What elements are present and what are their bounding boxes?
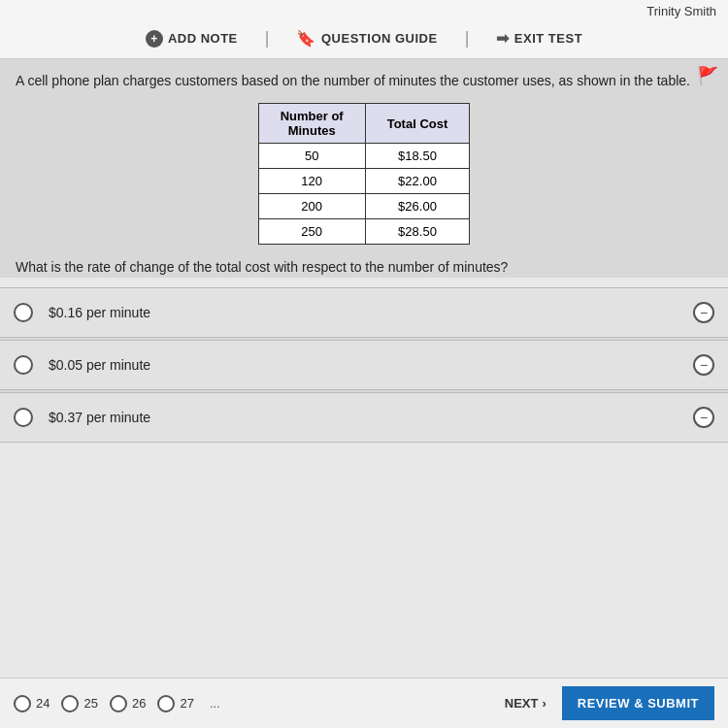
table-row: 50 $18.50 — [258, 144, 470, 169]
next-label: NEXT — [505, 696, 539, 711]
action-row: + ADD NOTE | 🔖 QUESTION GUIDE | ➡ EXIT T… — [0, 20, 728, 58]
page-btn-27[interactable]: 27 — [157, 695, 193, 712]
eliminate-c-button[interactable]: − — [693, 407, 714, 428]
flag-icon[interactable]: 🚩 — [697, 65, 718, 86]
page-btn-24[interactable]: 24 — [14, 695, 50, 712]
option-left-a: $0.16 per minute — [14, 303, 150, 322]
page-label-26: 26 — [132, 696, 146, 711]
minutes-2: 120 — [258, 169, 365, 194]
next-chevron-icon: › — [542, 696, 546, 711]
minutes-4: 250 — [258, 219, 365, 245]
exit-test-label: EXIT TEST — [514, 31, 582, 46]
content-area: 🚩 A cell phone plan charges customers ba… — [0, 59, 728, 278]
radio-24[interactable] — [14, 695, 31, 712]
top-bar: Trinity Smith + ADD NOTE | 🔖 QUESTION GU… — [0, 0, 728, 59]
user-row: Trinity Smith — [0, 0, 728, 20]
table-wrapper: Number ofMinutes Total Cost 50 $18.50 12… — [16, 103, 712, 245]
plus-icon: + — [146, 30, 163, 48]
minutes-1: 50 — [258, 144, 365, 169]
radio-25[interactable] — [61, 695, 79, 712]
radio-b[interactable] — [14, 355, 33, 375]
option-text-c: $0.37 per minute — [49, 410, 150, 425]
minutes-3: 200 — [258, 194, 365, 219]
radio-c[interactable] — [14, 408, 33, 427]
radio-26[interactable] — [110, 695, 127, 712]
cost-4: $28.50 — [365, 219, 470, 245]
question-guide-label: QUESTION GUIDE — [321, 31, 438, 46]
cost-2: $22.00 — [365, 169, 470, 194]
exit-test-button[interactable]: ➡ EXIT TEST — [496, 29, 582, 48]
eliminate-a-button[interactable]: − — [693, 302, 714, 323]
bookmark-icon: 🔖 — [296, 29, 316, 48]
radio-27[interactable] — [157, 695, 175, 712]
option-left-b: $0.05 per minute — [14, 355, 150, 375]
separator-2: | — [465, 28, 470, 49]
cost-3: $26.00 — [365, 194, 470, 219]
col-header-cost: Total Cost — [365, 104, 470, 144]
page-label-25: 25 — [83, 696, 97, 711]
separator-1: | — [265, 28, 270, 49]
page-label-24: 24 — [36, 696, 50, 711]
page-btn-25[interactable]: 25 — [61, 695, 97, 712]
table-row: 200 $26.00 — [258, 194, 470, 219]
page-btn-26[interactable]: 26 — [110, 695, 146, 712]
bottom-nav: 24 25 26 27 ... NEXT › REVIEW & SUBMIT — [0, 678, 728, 728]
col-header-minutes: Number ofMinutes — [258, 104, 365, 144]
add-note-label: ADD NOTE — [168, 31, 238, 46]
cost-1: $18.50 — [365, 144, 470, 169]
table-row: 120 $22.00 — [258, 169, 470, 194]
page-buttons: 24 25 26 27 ... — [14, 695, 505, 712]
review-submit-button[interactable]: REVIEW & SUBMIT — [562, 686, 714, 720]
option-left-c: $0.37 per minute — [14, 408, 150, 427]
option-text-b: $0.05 per minute — [49, 357, 150, 373]
question-intro: A cell phone plan charges customers base… — [16, 71, 695, 91]
sub-question: What is the rate of change of the total … — [16, 258, 712, 278]
add-note-button[interactable]: + ADD NOTE — [146, 30, 238, 48]
options-area: $0.16 per minute − $0.05 per minute − $0… — [0, 287, 728, 443]
eliminate-b-button[interactable]: − — [693, 354, 714, 376]
table-row: 250 $28.50 — [258, 219, 470, 245]
radio-a[interactable] — [14, 303, 33, 322]
page-ellipsis: ... — [210, 696, 220, 711]
page-label-27: 27 — [180, 696, 193, 711]
option-row-c[interactable]: $0.37 per minute − — [0, 392, 728, 443]
exit-icon: ➡ — [496, 29, 510, 48]
data-table: Number ofMinutes Total Cost 50 $18.50 12… — [258, 103, 471, 245]
option-text-a: $0.16 per minute — [49, 305, 150, 320]
option-row-b[interactable]: $0.05 per minute − — [0, 340, 728, 390]
option-row-a[interactable]: $0.16 per minute − — [0, 287, 728, 338]
question-guide-button[interactable]: 🔖 QUESTION GUIDE — [296, 29, 437, 48]
user-name: Trinity Smith — [646, 4, 716, 18]
next-button[interactable]: NEXT › — [505, 696, 546, 711]
